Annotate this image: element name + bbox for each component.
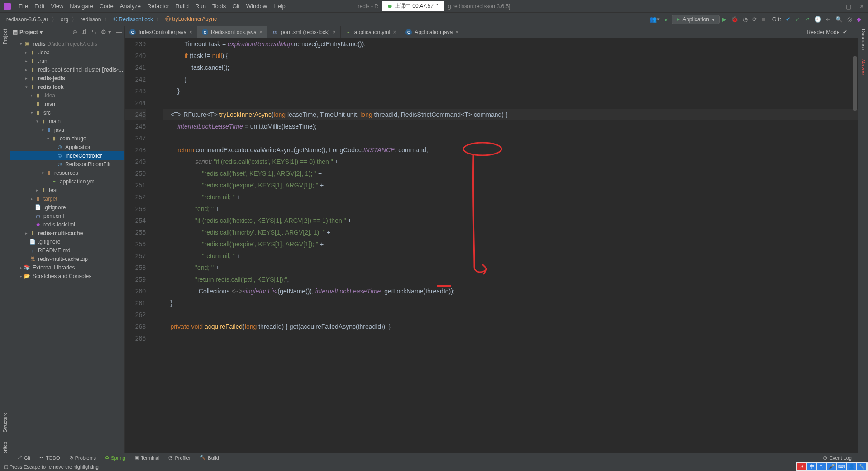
menu-navigate[interactable]: Navigate (67, 3, 96, 10)
right-tab-maven[interactable]: Maven (861, 59, 866, 75)
tree-run[interactable]: ▸▮.run (10, 57, 124, 65)
settings-icon[interactable]: ◎ (845, 16, 854, 23)
debug-button[interactable]: 🐞 (729, 16, 740, 23)
tree-lock[interactable]: ▾▮redis-lock (10, 82, 124, 91)
tree-gitignore[interactable]: 📄.gitignore (10, 203, 124, 211)
stop-button[interactable]: ■ (759, 16, 768, 23)
tree-application[interactable]: ©Application (10, 143, 124, 151)
close-tab-icon[interactable]: × (393, 29, 396, 35)
right-tab-database[interactable]: Database (861, 29, 866, 50)
crumb-jar[interactable]: redisson-3.6.5.jar (5, 16, 50, 23)
tree-multi-cache[interactable]: ▸▮redis-multi-cache (10, 229, 124, 237)
menu-edit[interactable]: Edit (31, 3, 48, 10)
tree-index-controller[interactable]: ©IndexController (10, 151, 124, 160)
tree-pom[interactable]: mpom.xml (10, 211, 124, 220)
project-tree[interactable]: ▾▣redis D:\ideaProjects\redis ▸▮.idea ▸▮… (10, 38, 124, 453)
coverage-button[interactable]: ◔ (740, 16, 750, 23)
menu-refactor[interactable]: Refactor (144, 3, 172, 10)
crumb-org[interactable]: org (59, 16, 70, 23)
vertical-scrollbar[interactable] (853, 56, 857, 111)
tree-zip[interactable]: 🗜redis-multi-cache.zip (10, 255, 124, 263)
tree-root[interactable]: ▾▣redis D:\ideaProjects\redis (10, 39, 124, 48)
tree-main[interactable]: ▾▮main (10, 117, 124, 125)
tab-terminal[interactable]: ▣ Terminal (131, 455, 163, 461)
gear-icon[interactable]: ⚙ ▾ (101, 29, 111, 35)
menu-help[interactable]: Help (270, 3, 289, 10)
back-icon[interactable]: ↙ (662, 16, 672, 23)
tray-tool-icon[interactable]: 🔧 (857, 463, 866, 470)
tab-spring[interactable]: ✿ Spring (101, 455, 129, 461)
code-body[interactable]: Timeout task = expirationRenewalMap.remo… (163, 38, 858, 344)
tab-problems[interactable]: ⊘ Problems (66, 455, 100, 461)
tray-mic-icon[interactable]: 🎤 (827, 463, 836, 470)
tree-idea[interactable]: ▸▮.idea (10, 48, 124, 57)
menu-analyze[interactable]: Analyze (117, 3, 144, 10)
menu-run[interactable]: Run (192, 3, 209, 10)
menu-git[interactable]: Git (229, 3, 243, 10)
tree-package[interactable]: ▾▮com.zhuge (10, 134, 124, 143)
hide-panel-icon[interactable]: — (116, 29, 122, 35)
tree-ext-lib[interactable]: ▸📚External Libraries (10, 263, 124, 272)
crumb-method[interactable]: ⓜ tryLockInnerAsync (163, 15, 219, 23)
close-icon[interactable]: ✕ (859, 3, 864, 10)
crumb-redisson[interactable]: redisson (79, 16, 103, 23)
tray-ime-icon[interactable]: S (797, 463, 806, 470)
tree-target[interactable]: ▸▮target (10, 194, 124, 203)
tree-sentinel[interactable]: ▸▮redis-boot-sentinel-cluster [redis-... (10, 65, 124, 74)
tab-todo[interactable]: ☳ TODO (36, 455, 64, 461)
menu-view[interactable]: View (48, 3, 67, 10)
collapse-icon[interactable]: ⇆ (91, 29, 96, 35)
minimize-icon[interactable]: — (832, 3, 838, 10)
menu-code[interactable]: Code (96, 3, 117, 10)
tree-test[interactable]: ▸▮test (10, 186, 124, 194)
menu-tools[interactable]: Tools (209, 3, 229, 10)
code-editor[interactable]: 239240241242243244 245246247248249250251… (125, 38, 858, 453)
tab-pom[interactable]: mpom.xml (redis-lock)× (267, 26, 341, 38)
menu-window[interactable]: Window (243, 3, 270, 10)
close-tab-icon[interactable]: × (189, 29, 192, 35)
maximize-icon[interactable]: ▢ (846, 3, 851, 10)
tree-bloom[interactable]: ©RedissonBloomFilt (10, 160, 124, 168)
tree-src[interactable]: ▾▮src (10, 108, 124, 117)
tree-jedis[interactable]: ▸▮redis-jedis (10, 74, 124, 82)
crumb-class[interactable]: © RedissonLock (111, 16, 155, 23)
close-tab-icon[interactable]: × (333, 29, 336, 35)
git-commit-icon[interactable]: ✓ (793, 16, 802, 23)
tray-punct-icon[interactable]: °, (817, 463, 826, 470)
tree-readme[interactable]: ↓README.md (10, 246, 124, 255)
tab-event-log[interactable]: ◷ Event Log (819, 455, 855, 461)
expand-icon[interactable]: ⇵ (82, 29, 87, 35)
tree-resources[interactable]: ▾▮resources (10, 168, 124, 177)
git-history-icon[interactable]: 🕘 (812, 16, 824, 23)
tab-build[interactable]: 🔨 Build (196, 455, 222, 461)
tab-git-bottom[interactable]: ⎇ Git (13, 455, 34, 461)
status-margin-icon[interactable]: ▢ (4, 464, 8, 470)
tray-cn-icon[interactable]: 中 (807, 463, 816, 470)
ide-logo-icon[interactable]: ◆ (854, 16, 863, 23)
locate-icon[interactable]: ⊕ (72, 29, 77, 35)
tab-indexcontroller[interactable]: CIndexController.java× (125, 26, 197, 38)
reader-mode-toggle[interactable]: Reader Mode ✔ (807, 29, 847, 35)
git-rollback-icon[interactable]: ↩ (824, 16, 833, 23)
tree-mvn[interactable]: ▮.mvn (10, 100, 124, 108)
menu-file[interactable]: File (15, 3, 31, 10)
tree-app-yml[interactable]: ⌁application.yml (10, 177, 124, 186)
tree-lock-idea[interactable]: ▸▮.idea (10, 91, 124, 100)
left-tab-project[interactable]: Project (2, 29, 8, 44)
profile-button[interactable]: ⟳ (750, 16, 759, 23)
tree-java[interactable]: ▾▮java (10, 125, 124, 134)
tree-gitignore2[interactable]: 📄.gitignore (10, 237, 124, 246)
tab-profiler[interactable]: ◔ Profiler (165, 455, 194, 461)
tab-redissonlock[interactable]: CRedissonLock.java× (197, 26, 267, 38)
project-view-selector[interactable]: ▤ Project ▾ (13, 29, 43, 35)
close-tab-icon[interactable]: × (259, 29, 262, 35)
recording-badge[interactable]: 上课中 00:47:57ˇ (382, 1, 444, 11)
run-button[interactable]: ▶ (720, 16, 729, 23)
tree-scratches[interactable]: ▸📂Scratches and Consoles (10, 272, 124, 280)
git-push-icon[interactable]: ↗ (802, 16, 812, 23)
tab-appyml[interactable]: ⌁application.yml× (341, 26, 401, 38)
tab-application[interactable]: CApplication.java× (401, 26, 463, 38)
users-icon[interactable]: 👥▾ (647, 16, 662, 23)
tray-keyboard-icon[interactable]: ⌨ (837, 463, 846, 470)
run-config-selector[interactable]: Application ▾ (672, 15, 720, 24)
